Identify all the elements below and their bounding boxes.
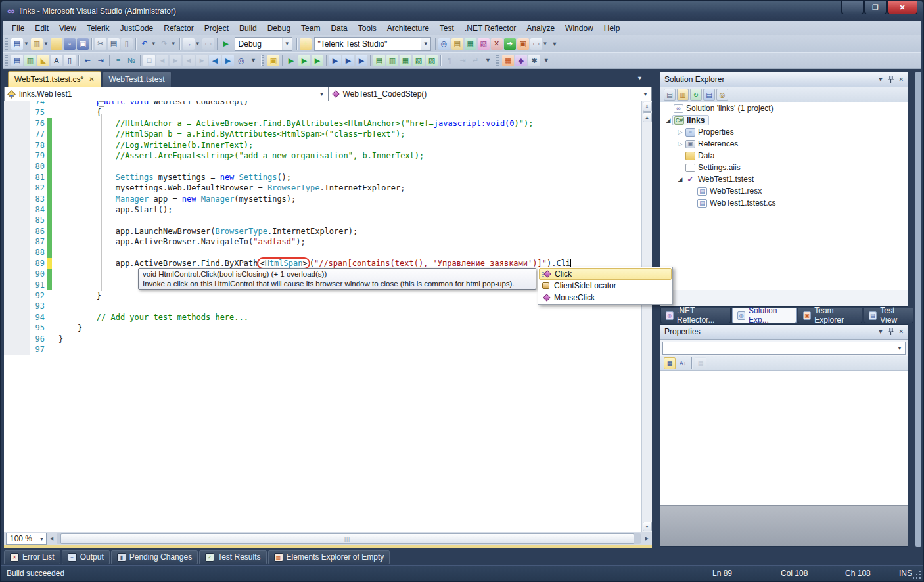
tree-item-properties[interactable]: ▷≡Properties — [660, 126, 908, 138]
categorized-icon[interactable]: ▦ — [664, 357, 676, 369]
splitter-handle[interactable]: ⇕ — [643, 102, 652, 112]
toolbar-overflow-icon[interactable]: ▼ — [250, 57, 256, 64]
expander-collapsed-icon[interactable]: ▷ — [676, 129, 684, 135]
code-text[interactable]: } — [52, 334, 63, 344]
object-browser-icon[interactable]: ▦ — [465, 38, 476, 50]
indicator-margin[interactable] — [4, 312, 30, 323]
indicator-margin[interactable] — [4, 161, 30, 171]
scroll-down-icon[interactable]: ▼ — [643, 522, 652, 531]
panel-tab-test-view[interactable]: ▤Test View — [864, 308, 913, 323]
navigate-icon[interactable]: → — [183, 38, 195, 50]
bottom-tab-test-results[interactable]: ✓Test Results — [199, 550, 266, 564]
members-dropdown[interactable]: WebTest1_CodedStep() ▼ — [329, 87, 653, 101]
types-dropdown[interactable]: links.WebTest1 ▼ — [4, 87, 329, 101]
code-text[interactable]: { — [52, 107, 101, 118]
debug-test-icon[interactable]: ▶ — [329, 55, 341, 66]
command-window-icon[interactable]: ▭ — [530, 38, 542, 50]
code-line[interactable]: 88 — [4, 247, 641, 257]
document-tab[interactable]: WebTest1.tstest — [103, 71, 172, 87]
chevron-down-icon[interactable]: ▼ — [43, 41, 49, 47]
toolbar-grip[interactable] — [5, 38, 8, 50]
code-line[interactable]: 96} — [4, 334, 641, 344]
menu-window[interactable]: Window — [560, 22, 599, 34]
menu-view[interactable]: View — [54, 22, 81, 34]
code-text[interactable]: app.LaunchNewBrowser(BrowserType.Interne… — [52, 226, 358, 236]
debug-failed-tests-icon[interactable]: ▶ — [356, 55, 367, 66]
chevron-down-icon[interactable]: ▼ — [171, 41, 176, 47]
test-view-icon[interactable]: ▤ — [373, 55, 385, 66]
view-code-icon[interactable]: ▤ — [703, 89, 715, 101]
test-results-icon[interactable]: ▦ — [400, 55, 411, 66]
format-selection-icon[interactable]: ▥ — [24, 55, 36, 66]
collapse-box[interactable]: − — [99, 101, 104, 107]
code-text[interactable] — [52, 280, 58, 290]
test-shield-icon[interactable]: ▣ — [267, 55, 279, 66]
menu-edit[interactable]: Edit — [30, 22, 54, 34]
code-line[interactable]: 75 { — [4, 107, 641, 118]
code-editor[interactable]: 74 public void WebTest1_CodedStep()75 {7… — [4, 101, 652, 532]
chevron-down-icon[interactable]: ▼ — [639, 91, 651, 97]
toolbar-grip[interactable] — [261, 55, 264, 66]
close-icon[interactable]: ✕ — [898, 76, 904, 83]
window-position-icon[interactable]: ▼ — [878, 328, 884, 335]
find-in-files-icon[interactable]: ◎ — [438, 38, 450, 50]
horizontal-scroll-track[interactable]: ||| — [57, 533, 641, 544]
open-file-icon[interactable] — [51, 38, 62, 50]
code-text[interactable] — [52, 301, 58, 311]
cursor-icon[interactable]: ◣ — [37, 55, 49, 66]
tree-item-webtest1-resx[interactable]: ▤WebTest1.resx — [660, 185, 908, 197]
scroll-right-icon[interactable]: ▶ — [642, 533, 652, 544]
solution-config-combo[interactable]: Debug▼ — [235, 37, 292, 51]
menu-file[interactable]: File — [7, 22, 30, 34]
nav-forward-icon[interactable]: ► — [170, 55, 181, 66]
editor-zoom-combo[interactable]: 100 % ▼ — [6, 533, 47, 545]
code-text[interactable]: //Log.WriteLine(b.InnerText); — [52, 140, 253, 150]
resize-grip[interactable] — [912, 571, 921, 579]
bottom-tab-pending-changes[interactable]: ▮Pending Changes — [111, 550, 198, 564]
copy-icon[interactable]: ▤ — [108, 38, 120, 50]
toolbar-overflow-icon[interactable]: ▼ — [543, 57, 549, 64]
intellisense-item-mouseclick[interactable]: MouseClick — [539, 292, 672, 303]
indicator-margin[interactable] — [4, 236, 30, 247]
code-text[interactable]: //HtmlSpan b = a.Find.ByAttributes<HtmlS… — [52, 129, 405, 139]
code-line[interactable]: 81 Settings mysettings = new Settings(); — [4, 172, 641, 183]
indicator-margin[interactable] — [4, 280, 30, 290]
menu-test[interactable]: Test — [434, 22, 459, 34]
code-line[interactable]: 80 — [4, 161, 641, 171]
bottom-tab-output[interactable]: ≡Output — [62, 550, 110, 564]
vertical-scrollbar[interactable]: ⇕ ▲ ▼ — [641, 101, 652, 532]
panel-tab-team-explorer[interactable]: ▣Team Explorer — [798, 308, 862, 323]
code-text[interactable]: app.ActiveBrowser.Find.ByXPath<HtmlSpan>… — [52, 258, 571, 269]
properties-titlebar[interactable]: Properties ▼ ✕ — [660, 325, 908, 340]
telerik-settings-icon[interactable]: ✱ — [528, 55, 540, 66]
menu-justcode[interactable]: JustCode — [115, 22, 159, 34]
code-line[interactable]: 87 app.ActiveBrowser.NavigateTo("asdfasd… — [4, 236, 641, 247]
code-line[interactable]: 85 — [4, 215, 641, 225]
bottom-tab-error-list[interactable]: ✕Error List — [4, 550, 60, 564]
code-text[interactable]: mysettings.Web.DefaultBrowser = BrowserT… — [52, 183, 405, 193]
menu-analyze[interactable]: Analyze — [521, 22, 560, 34]
indicator-margin[interactable] — [4, 215, 30, 225]
toolbar-grip[interactable] — [5, 55, 8, 66]
chevron-down-icon[interactable]: ▼ — [282, 38, 292, 50]
run-test-icon[interactable]: ▶ — [285, 55, 297, 66]
indent-guides-icon[interactable]: ⇥ — [457, 55, 469, 66]
pin-icon[interactable] — [888, 328, 894, 336]
indicator-margin[interactable] — [4, 344, 30, 355]
chevron-down-icon[interactable]: ▼ — [151, 41, 156, 47]
start-debugging-icon[interactable]: ▶ — [220, 38, 232, 50]
font-icon[interactable]: A — [51, 55, 62, 66]
code-line[interactable]: 95 } — [4, 323, 641, 333]
refresh-icon[interactable]: ↻ — [690, 89, 702, 101]
close-icon[interactable]: ✕ — [89, 76, 94, 83]
chevron-down-icon[interactable]: ▼ — [39, 537, 46, 541]
indicator-margin[interactable] — [4, 334, 30, 344]
find-target-combo[interactable]: "Telerik Test Studio"▼ — [314, 37, 431, 51]
title-bar[interactable]: ∞ links - Microsoft Visual Studio (Admin… — [1, 1, 923, 21]
tree-item-solution-links-1-project-[interactable]: ∞Solution 'links' (1 project) — [660, 102, 908, 114]
toolbar-overflow-icon[interactable]: ▼ — [552, 41, 558, 47]
close-icon[interactable]: ✕ — [898, 328, 904, 335]
indicator-margin[interactable] — [4, 258, 30, 269]
code-text[interactable]: //Assert.AreEqual<string>("add a new org… — [52, 150, 424, 161]
code-text[interactable]: //HtmlAnchor a = ActiveBrowser.Find.ByAt… — [52, 118, 533, 129]
